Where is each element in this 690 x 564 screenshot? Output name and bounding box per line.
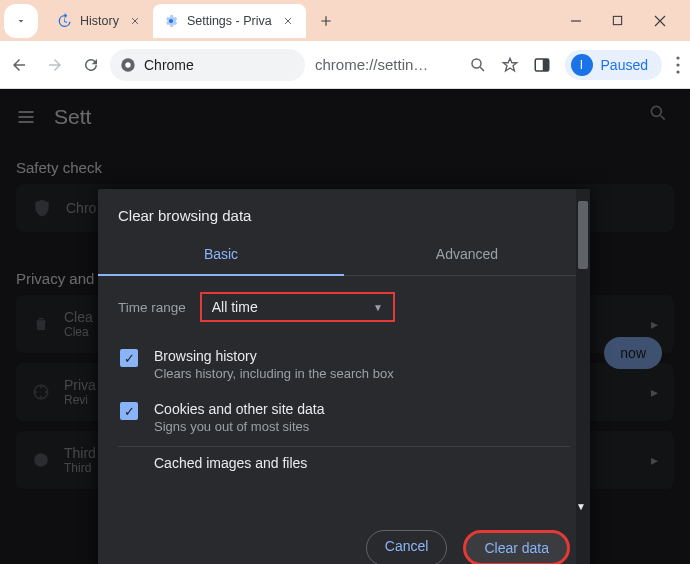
back-button[interactable] — [10, 56, 28, 74]
gear-icon — [163, 13, 179, 29]
minimize-icon — [570, 15, 582, 27]
tab-settings[interactable]: Settings - Priva — [153, 4, 306, 38]
time-range-label: Time range — [118, 300, 186, 315]
option-browsing-history[interactable]: ✓ Browsing history Clears history, inclu… — [118, 340, 570, 393]
tab-close-button[interactable] — [127, 13, 143, 29]
omnibox[interactable]: Chrome — [110, 49, 305, 81]
svg-point-9 — [676, 70, 679, 73]
plus-icon — [319, 14, 333, 28]
checkbox[interactable]: ✓ — [120, 402, 138, 420]
chevron-down-icon — [15, 15, 27, 27]
url-text[interactable]: chrome://settin… — [315, 56, 450, 73]
svg-rect-6 — [542, 59, 548, 71]
clear-browsing-data-dialog: Clear browsing data Basic Advanced Time … — [98, 189, 590, 564]
chrome-logo-icon — [120, 57, 136, 73]
window-controls — [570, 15, 690, 27]
svg-point-3 — [125, 62, 130, 67]
star-icon — [501, 56, 519, 74]
profile-state: Paused — [601, 57, 648, 73]
new-tab-button[interactable] — [312, 7, 340, 35]
arrow-right-icon — [46, 56, 64, 74]
bookmark-button[interactable] — [501, 56, 519, 74]
reload-button[interactable] — [82, 56, 100, 74]
forward-button[interactable] — [46, 56, 64, 74]
tab-basic[interactable]: Basic — [98, 234, 344, 276]
profile-chip[interactable]: I Paused — [565, 50, 662, 80]
select-value: All time — [212, 299, 258, 315]
cancel-button[interactable]: Cancel — [366, 530, 448, 564]
option-title: Cookies and other site data — [154, 401, 324, 417]
kebab-icon — [676, 56, 680, 74]
dialog-tabs: Basic Advanced — [98, 234, 590, 276]
zoom-button[interactable] — [469, 56, 487, 74]
scroll-down-icon[interactable]: ▼ — [576, 501, 586, 512]
svg-point-4 — [472, 59, 481, 68]
dialog-body: Time range All time ▼ ✓ Browsing history… — [98, 276, 590, 516]
tab-close-button[interactable] — [280, 13, 296, 29]
omnibox-chip: Chrome — [144, 57, 194, 73]
tab-search-button[interactable] — [4, 4, 38, 38]
settings-page: Sett Safety check Chro now Privacy and s… — [0, 89, 690, 564]
side-panel-button[interactable] — [533, 56, 551, 74]
svg-point-8 — [676, 63, 679, 66]
option-sub: Signs you out of most sites — [154, 419, 324, 434]
magnify-icon — [469, 56, 487, 74]
minimize-button[interactable] — [570, 15, 586, 27]
avatar: I — [571, 54, 593, 76]
time-range-select[interactable]: All time ▼ — [200, 292, 395, 322]
tab-history[interactable]: History — [46, 4, 153, 38]
scrollbar-thumb[interactable] — [578, 201, 588, 269]
tab-label: History — [80, 14, 119, 28]
panel-icon — [533, 56, 551, 74]
caret-down-icon: ▼ — [373, 302, 383, 313]
close-icon — [130, 16, 140, 26]
svg-point-7 — [676, 56, 679, 59]
menu-button[interactable] — [676, 56, 680, 74]
option-title: Browsing history — [154, 348, 394, 364]
clear-data-button[interactable]: Clear data — [463, 530, 570, 564]
reload-icon — [82, 56, 100, 74]
tab-advanced[interactable]: Advanced — [344, 234, 590, 276]
tab-label: Settings - Priva — [187, 14, 272, 28]
option-cookies[interactable]: ✓ Cookies and other site data Signs you … — [118, 393, 570, 446]
close-icon — [654, 15, 666, 27]
option-sub: Clears history, including in the search … — [154, 366, 394, 381]
option-cache-title[interactable]: Cached images and files — [118, 447, 570, 471]
dialog-actions: Cancel Clear data — [98, 516, 590, 564]
svg-rect-1 — [613, 16, 621, 24]
tab-strip: History Settings - Priva — [0, 0, 690, 41]
browser-toolbar: Chrome chrome://settin… I Paused — [0, 41, 690, 89]
close-icon — [283, 16, 293, 26]
checkbox[interactable]: ✓ — [120, 349, 138, 367]
maximize-button[interactable] — [612, 15, 628, 27]
maximize-icon — [612, 15, 623, 26]
arrow-left-icon — [10, 56, 28, 74]
dialog-title: Clear browsing data — [98, 189, 590, 234]
close-window-button[interactable] — [654, 15, 670, 27]
history-icon — [56, 13, 72, 29]
